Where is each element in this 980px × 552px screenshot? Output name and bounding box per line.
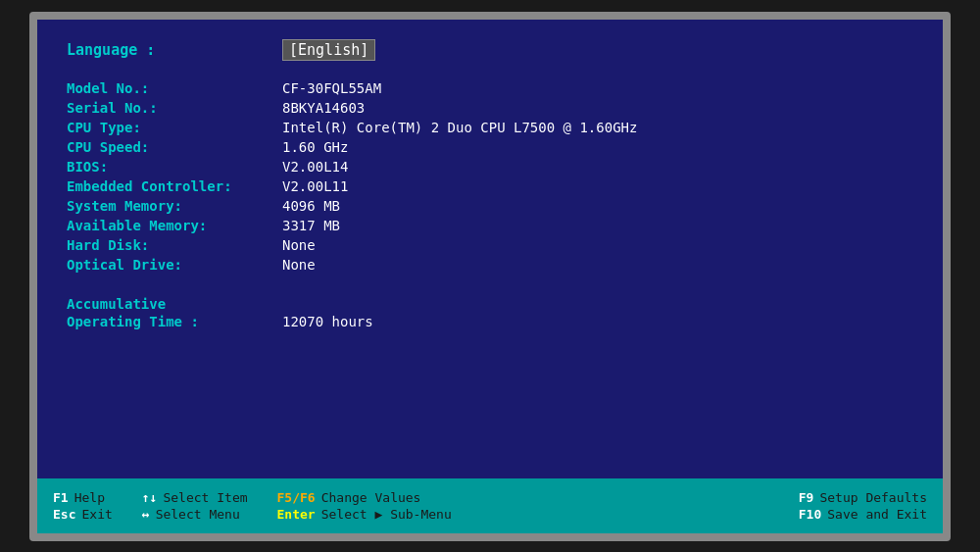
enter-desc: Select ▶ Sub-Menu [321, 507, 452, 522]
serial-no-row: Serial No.: 8BKYA14603 [67, 100, 913, 116]
bottom-nav-keys: ↑↓ Select Item ↔ Select Menu [142, 490, 248, 522]
f1-key: F1 [53, 490, 69, 505]
bios-row: BIOS: V2.00L14 [67, 159, 913, 175]
bottom-change-values: F5/F6 Change Values Enter Select ▶ Sub-M… [277, 490, 799, 522]
system-memory-value: 4096 MB [282, 198, 340, 214]
f1-help: F1 Help [53, 490, 113, 505]
model-no-row: Model No.: CF-30FQL55AM [67, 80, 913, 96]
f9-key: F9 [799, 490, 814, 505]
esc-key: Esc [53, 507, 75, 522]
language-label: Language : [67, 41, 282, 59]
hard-disk-value: None [282, 237, 316, 253]
cpu-type-row: CPU Type: Intel(R) Core(TM) 2 Duo CPU L7… [67, 120, 913, 135]
hard-disk-label: Hard Disk: [67, 237, 282, 253]
leftright-desc: Select Menu [156, 507, 240, 522]
embedded-controller-value: V2.00L11 [282, 178, 348, 194]
available-memory-value: 3317 MB [282, 218, 340, 233]
updown-key: ↑↓ [142, 490, 158, 505]
cpu-type-label: CPU Type: [67, 120, 282, 135]
operating-time-label: Operating Time : [67, 314, 282, 329]
model-no-label: Model No.: [67, 80, 282, 96]
optical-drive-label: Optical Drive: [67, 257, 282, 273]
optical-drive-value: None [282, 257, 316, 273]
bottom-setup-save: F9 Setup Defaults F10 Save and Exit [799, 490, 927, 522]
f10-desc: Save and Exit [827, 507, 927, 522]
monitor-frame: Language : [English] Model No.: CF-30FQL… [29, 12, 951, 541]
leftright-select-menu: ↔ Select Menu [142, 507, 248, 522]
available-memory-row: Available Memory: 3317 MB [67, 218, 913, 233]
serial-no-label: Serial No.: [67, 100, 282, 116]
f1-desc: Help [74, 490, 105, 505]
cpu-speed-row: CPU Speed: 1.60 GHz [67, 139, 913, 155]
operating-time-value: 12070 hours [282, 314, 373, 329]
leftright-key: ↔ [142, 507, 150, 522]
system-memory-row: System Memory: 4096 MB [67, 198, 913, 214]
language-value: [English] [282, 39, 375, 61]
available-memory-label: Available Memory: [67, 218, 282, 233]
operating-time-row: Operating Time : 12070 hours [67, 314, 913, 329]
bios-value: V2.00L14 [282, 159, 348, 175]
bios-main-content: Language : [English] Model No.: CF-30FQL… [67, 39, 913, 469]
cpu-speed-label: CPU Speed: [67, 139, 282, 155]
f10-key: F10 [799, 507, 821, 522]
bottom-bar: F1 Help Esc Exit ↑↓ Select Item ↔ Select… [37, 478, 943, 533]
esc-desc: Exit [81, 507, 112, 522]
serial-no-value: 8BKYA14603 [282, 100, 365, 116]
f5f6-key: F5/F6 [277, 490, 316, 505]
hard-disk-row: Hard Disk: None [67, 237, 913, 253]
f5f6-change-values: F5/F6 Change Values [277, 490, 799, 505]
updown-desc: Select Item [163, 490, 247, 505]
f9-desc: Setup Defaults [819, 490, 927, 505]
language-row: Language : [English] [67, 39, 913, 61]
f5f6-desc: Change Values [321, 490, 421, 505]
cpu-type-value: Intel(R) Core(TM) 2 Duo CPU L7500 @ 1.60… [282, 120, 637, 135]
accumulative-title: Accumulative [67, 296, 913, 312]
enter-key: Enter [277, 507, 316, 522]
embedded-controller-row: Embedded Controller: V2.00L11 [67, 178, 913, 194]
updown-select-item: ↑↓ Select Item [142, 490, 248, 505]
bios-screen: Language : [English] Model No.: CF-30FQL… [37, 20, 943, 478]
esc-exit: Esc Exit [53, 507, 113, 522]
info-table: Model No.: CF-30FQL55AM Serial No.: 8BKY… [67, 80, 913, 273]
system-memory-label: System Memory: [67, 198, 282, 214]
bottom-f1-esc: F1 Help Esc Exit [53, 490, 113, 522]
model-no-value: CF-30FQL55AM [282, 80, 381, 96]
optical-drive-row: Optical Drive: None [67, 257, 913, 273]
f10-save-exit: F10 Save and Exit [799, 507, 927, 522]
cpu-speed-value: 1.60 GHz [282, 139, 348, 155]
enter-select: Enter Select ▶ Sub-Menu [277, 507, 799, 522]
bios-label: BIOS: [67, 159, 282, 175]
accumulative-section: Accumulative Operating Time : 12070 hour… [67, 296, 913, 329]
f9-setup-defaults: F9 Setup Defaults [799, 490, 927, 505]
embedded-controller-label: Embedded Controller: [67, 178, 282, 194]
